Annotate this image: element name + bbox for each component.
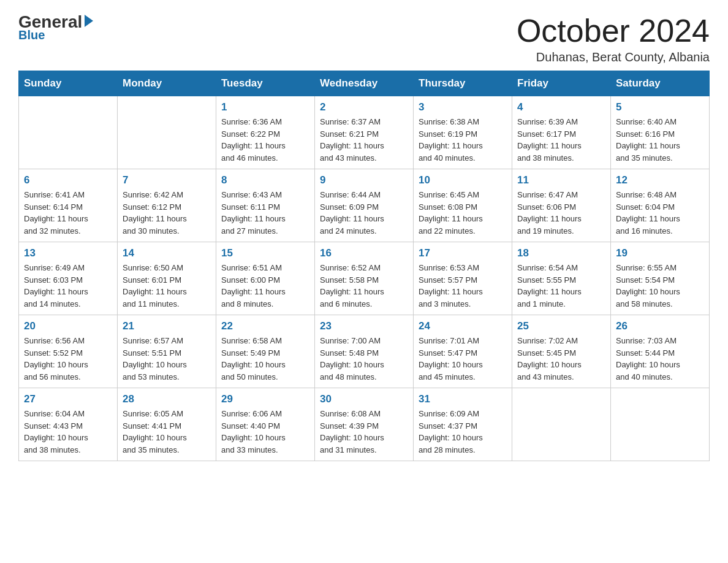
calendar-cell: 26Sunrise: 7:03 AMSunset: 5:44 PMDayligh… [611,315,710,388]
calendar-cell: 2Sunrise: 6:37 AMSunset: 6:21 PMDaylight… [315,96,414,169]
month-title: October 2024 [517,12,710,49]
calendar-cell [512,388,611,461]
day-info: Sunrise: 6:47 AMSunset: 6:06 PMDaylight:… [517,189,605,237]
day-info: Sunrise: 6:52 AMSunset: 5:58 PMDaylight:… [320,262,408,310]
day-number: 13 [24,247,112,259]
day-info: Sunrise: 6:08 AMSunset: 4:39 PMDaylight:… [320,408,408,456]
day-info: Sunrise: 6:50 AMSunset: 6:01 PMDaylight:… [123,262,211,310]
calendar-cell: 1Sunrise: 6:36 AMSunset: 6:22 PMDaylight… [216,96,315,169]
day-info: Sunrise: 7:03 AMSunset: 5:44 PMDaylight:… [616,335,704,383]
day-number: 8 [221,174,309,186]
calendar-cell: 30Sunrise: 6:08 AMSunset: 4:39 PMDayligh… [315,388,414,461]
calendar-cell [611,388,710,461]
day-info: Sunrise: 6:48 AMSunset: 6:04 PMDaylight:… [616,189,704,237]
day-number: 27 [24,393,112,405]
calendar-cell: 9Sunrise: 6:44 AMSunset: 6:09 PMDaylight… [315,169,414,242]
calendar-cell: 27Sunrise: 6:04 AMSunset: 4:43 PMDayligh… [19,388,118,461]
calendar-header-saturday: Saturday [611,71,710,96]
calendar-cell: 15Sunrise: 6:51 AMSunset: 6:00 PMDayligh… [216,242,315,315]
day-number: 21 [123,320,211,332]
location: Duhanas, Berat County, Albania [517,50,710,64]
day-info: Sunrise: 7:00 AMSunset: 5:48 PMDaylight:… [320,335,408,383]
day-number: 23 [320,320,408,332]
calendar-cell: 23Sunrise: 7:00 AMSunset: 5:48 PMDayligh… [315,315,414,388]
day-number: 22 [221,320,309,332]
title-area: October 2024 Duhanas, Berat County, Alba… [517,12,710,64]
calendar-header-monday: Monday [118,71,216,96]
calendar-cell: 8Sunrise: 6:43 AMSunset: 6:11 PMDaylight… [216,169,315,242]
header: General Blue October 2024 Duhanas, Berat… [18,12,710,64]
calendar-cell: 21Sunrise: 6:57 AMSunset: 5:51 PMDayligh… [118,315,216,388]
logo-arrow-icon [85,15,93,27]
day-number: 11 [517,174,605,186]
calendar-cell: 24Sunrise: 7:01 AMSunset: 5:47 PMDayligh… [414,315,512,388]
calendar-cell: 11Sunrise: 6:47 AMSunset: 6:06 PMDayligh… [512,169,611,242]
day-number: 9 [320,174,408,186]
calendar: SundayMondayTuesdayWednesdayThursdayFrid… [18,71,710,461]
calendar-cell: 19Sunrise: 6:55 AMSunset: 5:54 PMDayligh… [611,242,710,315]
calendar-cell: 12Sunrise: 6:48 AMSunset: 6:04 PMDayligh… [611,169,710,242]
calendar-cell: 31Sunrise: 6:09 AMSunset: 4:37 PMDayligh… [414,388,512,461]
calendar-header-wednesday: Wednesday [315,71,414,96]
calendar-cell: 3Sunrise: 6:38 AMSunset: 6:19 PMDaylight… [414,96,512,169]
calendar-cell: 17Sunrise: 6:53 AMSunset: 5:57 PMDayligh… [414,242,512,315]
calendar-cell: 7Sunrise: 6:42 AMSunset: 6:12 PMDaylight… [118,169,216,242]
calendar-header-row: SundayMondayTuesdayWednesdayThursdayFrid… [19,71,710,96]
calendar-cell: 25Sunrise: 7:02 AMSunset: 5:45 PMDayligh… [512,315,611,388]
day-info: Sunrise: 6:51 AMSunset: 6:00 PMDaylight:… [221,262,309,310]
calendar-cell [19,96,118,169]
day-number: 5 [616,101,704,113]
calendar-cell: 16Sunrise: 6:52 AMSunset: 5:58 PMDayligh… [315,242,414,315]
day-info: Sunrise: 6:41 AMSunset: 6:14 PMDaylight:… [24,189,112,237]
calendar-week-row: 20Sunrise: 6:56 AMSunset: 5:52 PMDayligh… [19,315,710,388]
calendar-cell: 29Sunrise: 6:06 AMSunset: 4:40 PMDayligh… [216,388,315,461]
day-info: Sunrise: 6:55 AMSunset: 5:54 PMDaylight:… [616,262,704,310]
day-number: 7 [123,174,211,186]
calendar-cell: 4Sunrise: 6:39 AMSunset: 6:17 PMDaylight… [512,96,611,169]
logo: General Blue [18,12,93,42]
day-number: 10 [419,174,507,186]
day-info: Sunrise: 6:04 AMSunset: 4:43 PMDaylight:… [24,408,112,456]
calendar-cell [118,96,216,169]
day-number: 24 [419,320,507,332]
day-number: 14 [123,247,211,259]
calendar-cell: 14Sunrise: 6:50 AMSunset: 6:01 PMDayligh… [118,242,216,315]
day-info: Sunrise: 6:39 AMSunset: 6:17 PMDaylight:… [517,116,605,164]
day-number: 28 [123,393,211,405]
calendar-cell: 18Sunrise: 6:54 AMSunset: 5:55 PMDayligh… [512,242,611,315]
day-number: 31 [419,393,507,405]
day-number: 1 [221,101,309,113]
calendar-cell: 28Sunrise: 6:05 AMSunset: 4:41 PMDayligh… [118,388,216,461]
day-info: Sunrise: 6:56 AMSunset: 5:52 PMDaylight:… [24,335,112,383]
day-info: Sunrise: 6:58 AMSunset: 5:49 PMDaylight:… [221,335,309,383]
day-number: 16 [320,247,408,259]
day-number: 26 [616,320,704,332]
day-number: 6 [24,174,112,186]
day-info: Sunrise: 7:02 AMSunset: 5:45 PMDaylight:… [517,335,605,383]
day-info: Sunrise: 6:37 AMSunset: 6:21 PMDaylight:… [320,116,408,164]
calendar-week-row: 27Sunrise: 6:04 AMSunset: 4:43 PMDayligh… [19,388,710,461]
day-number: 29 [221,393,309,405]
day-info: Sunrise: 6:09 AMSunset: 4:37 PMDaylight:… [419,408,507,456]
day-number: 15 [221,247,309,259]
day-info: Sunrise: 6:57 AMSunset: 5:51 PMDaylight:… [123,335,211,383]
day-info: Sunrise: 6:38 AMSunset: 6:19 PMDaylight:… [419,116,507,164]
day-number: 3 [419,101,507,113]
day-info: Sunrise: 6:06 AMSunset: 4:40 PMDaylight:… [221,408,309,456]
day-info: Sunrise: 6:54 AMSunset: 5:55 PMDaylight:… [517,262,605,310]
day-info: Sunrise: 6:44 AMSunset: 6:09 PMDaylight:… [320,189,408,237]
calendar-cell: 10Sunrise: 6:45 AMSunset: 6:08 PMDayligh… [414,169,512,242]
day-info: Sunrise: 6:05 AMSunset: 4:41 PMDaylight:… [123,408,211,456]
calendar-cell: 13Sunrise: 6:49 AMSunset: 6:03 PMDayligh… [19,242,118,315]
day-number: 30 [320,393,408,405]
day-info: Sunrise: 6:36 AMSunset: 6:22 PMDaylight:… [221,116,309,164]
calendar-cell: 5Sunrise: 6:40 AMSunset: 6:16 PMDaylight… [611,96,710,169]
calendar-cell: 22Sunrise: 6:58 AMSunset: 5:49 PMDayligh… [216,315,315,388]
day-number: 18 [517,247,605,259]
day-number: 12 [616,174,704,186]
day-info: Sunrise: 6:42 AMSunset: 6:12 PMDaylight:… [123,189,211,237]
day-info: Sunrise: 6:43 AMSunset: 6:11 PMDaylight:… [221,189,309,237]
calendar-header-tuesday: Tuesday [216,71,315,96]
calendar-header-friday: Friday [512,71,611,96]
day-number: 20 [24,320,112,332]
